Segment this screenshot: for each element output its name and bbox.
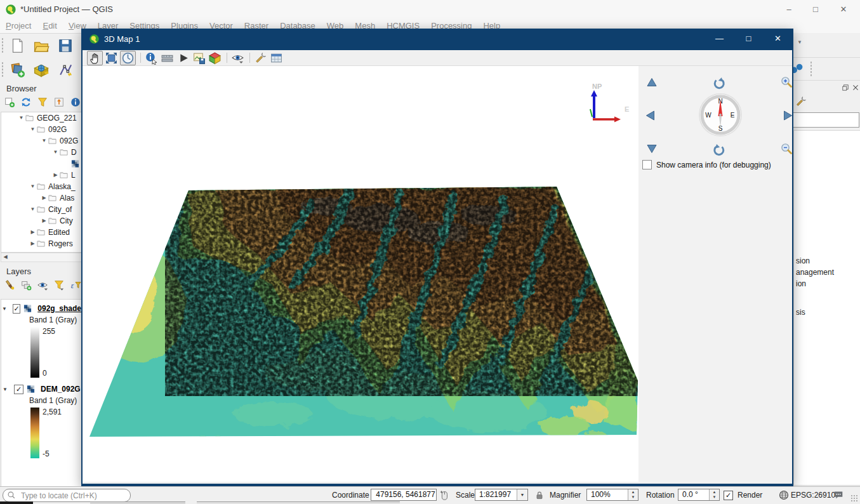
map3d-maximize-button[interactable]: □ (734, 29, 763, 49)
new-layer-icon[interactable] (9, 62, 25, 78)
layer-expand-arrow-icon[interactable]: ▼ (1, 387, 9, 392)
tree-expand-arrow-icon[interactable]: ▶ (52, 169, 59, 181)
processing-search-input[interactable] (792, 112, 859, 128)
browser-item-rogers[interactable]: ▶Rogers (1, 238, 81, 249)
filter-legend-icon[interactable] (53, 279, 65, 291)
toolbox-item-fragment[interactable]: sion (796, 256, 810, 265)
layer-visibility-checkbox[interactable]: ✓ (13, 304, 21, 314)
camera-up-button[interactable] (645, 76, 659, 89)
toolbox-item-fragment[interactable]: ion (796, 279, 806, 288)
toolbox-item-fragment[interactable]: sis (796, 308, 805, 317)
browser-item-edited[interactable]: ▶Edited (1, 227, 81, 238)
open-layer-styling-icon[interactable] (4, 279, 15, 291)
browser-item-geog_221[interactable]: ▼GEOG_221 (1, 112, 81, 124)
collapse-all-icon[interactable] (53, 96, 65, 108)
manage-visibility-icon[interactable] (37, 279, 48, 291)
map3d-minimize-button[interactable]: — (705, 29, 734, 49)
properties-info-icon[interactable] (70, 96, 81, 108)
layer-expand-arrow-icon[interactable]: ▼ (1, 306, 8, 312)
tree-expand-arrow-icon[interactable]: ▼ (29, 181, 36, 192)
browser-item-raster[interactable] (1, 158, 81, 169)
magnifier-spinbox[interactable]: 100% ▲▼ (586, 489, 638, 501)
coordinate-value[interactable]: 479156, 5461877 (371, 489, 437, 501)
menu-project[interactable]: Project (0, 19, 37, 30)
browser-item-city_of[interactable]: ▼City_of (1, 204, 81, 215)
rotation-spinbox[interactable]: 0.0 ° ▲▼ (678, 489, 720, 501)
tree-expand-arrow-icon[interactable]: ▼ (41, 135, 48, 147)
minimize-button[interactable]: – (778, 3, 800, 17)
rotate-cw-button[interactable] (712, 143, 726, 156)
add-selected-layers-icon[interactable] (4, 96, 15, 108)
panel-float-icon[interactable] (842, 84, 849, 91)
compass-dial[interactable]: N E S W (698, 92, 743, 138)
browser-item-city[interactable]: ▶City (1, 215, 81, 227)
refresh-icon[interactable] (20, 96, 32, 108)
tree-expand-arrow-icon[interactable]: ▶ (29, 238, 36, 249)
epsg-code[interactable]: EPSG:26910 (791, 491, 835, 500)
open-project-icon[interactable] (33, 37, 50, 54)
extents-mouse-icon[interactable] (439, 489, 450, 501)
camera-down-button[interactable] (645, 142, 659, 155)
browser-item-alas[interactable]: ▶Alas (1, 192, 81, 204)
render-checkbox[interactable]: ✓ (724, 491, 733, 500)
add-vector-layer-icon[interactable] (57, 62, 74, 78)
tree-expand-arrow-icon[interactable]: ▼ (18, 112, 25, 124)
tree-expand-arrow-icon[interactable]: ▼ (29, 124, 36, 135)
camera-right-button[interactable] (781, 109, 795, 122)
menu-edit[interactable]: Edit (37, 19, 62, 30)
zoom-in-button[interactable] (779, 76, 793, 88)
locator-input[interactable] (20, 490, 127, 501)
browser-item-092g[interactable]: ▼092G (1, 124, 81, 135)
export-3d-scene-button[interactable] (208, 51, 222, 65)
terrain-3d-canvas[interactable]: NP E (83, 66, 638, 482)
scale-dropdown-caret-icon[interactable]: ▼ (517, 489, 527, 500)
magnifier-spinner[interactable]: ▲▼ (628, 489, 638, 500)
tree-expand-arrow-icon[interactable]: ▶ (41, 215, 48, 227)
processing-wrench-icon[interactable] (795, 95, 807, 108)
save-image-button[interactable] (192, 51, 206, 65)
browser-item-alaska_[interactable]: ▼Alaska_ (1, 181, 81, 192)
filter-expression-icon[interactable]: ε (70, 279, 81, 291)
on-screen-navigation-button[interactable] (120, 51, 136, 65)
configure-button[interactable] (253, 51, 268, 65)
measure-line-button[interactable] (160, 51, 175, 65)
globe-crs-icon[interactable] (778, 489, 790, 501)
layer-visibility-checkbox[interactable]: ✓ (14, 385, 23, 394)
add-raster-layer-icon[interactable] (33, 62, 50, 78)
rotate-ccw-button[interactable] (712, 77, 726, 90)
filter-browser-icon[interactable] (37, 96, 48, 108)
zoom-out-button[interactable] (779, 142, 793, 155)
show-camera-info-checkbox[interactable] (642, 160, 652, 169)
play-animation-button[interactable] (176, 51, 190, 65)
tree-expand-arrow-icon[interactable]: ▶ (29, 227, 36, 238)
layer-row-092g_shade[interactable]: ▼✓092g_shade (1, 302, 81, 315)
toolbox-item-fragment[interactable]: anagement (796, 268, 834, 277)
lock-scale-icon[interactable] (534, 490, 545, 500)
identify-button[interactable] (144, 51, 159, 65)
tree-expand-arrow-icon[interactable]: ▼ (29, 204, 36, 215)
panel-close-icon[interactable] (852, 84, 859, 91)
add-group-icon[interactable] (20, 279, 32, 291)
camera-pan-button[interactable] (87, 51, 103, 65)
maximize-button[interactable]: □ (805, 3, 826, 17)
layer-row-dem_092g[interactable]: ▼✓DEM_092G (1, 383, 81, 395)
zoom-full-button[interactable] (104, 51, 119, 65)
toolbar-dropdown-caret-icon[interactable]: ▼ (797, 39, 805, 46)
browser-horizontal-scrollbar[interactable]: ◀ (1, 253, 82, 262)
camera-view-button[interactable] (230, 51, 245, 65)
locator-box[interactable] (3, 489, 131, 502)
map3d-titlebar[interactable]: 3D Map 1 — □ ✕ (83, 29, 792, 50)
tree-expand-arrow-icon[interactable]: ▶ (41, 192, 48, 204)
browser-item-d[interactable]: ▼D (1, 147, 81, 158)
close-button[interactable]: ✕ (833, 3, 854, 17)
tree-expand-arrow-icon[interactable]: ▼ (52, 147, 59, 158)
browser-item-092g[interactable]: ▼092G (1, 135, 81, 147)
save-project-icon[interactable] (57, 37, 74, 54)
map3d-close-button[interactable]: ✕ (764, 29, 792, 49)
toolbar-grip[interactable] (810, 61, 813, 77)
scroll-left-arrow-icon[interactable]: ◀ (1, 253, 10, 260)
new-project-icon[interactable] (9, 37, 25, 54)
message-log-icon[interactable] (833, 489, 844, 501)
options-panel-button[interactable] (269, 51, 284, 65)
rotation-spinner[interactable]: ▲▼ (709, 489, 719, 500)
